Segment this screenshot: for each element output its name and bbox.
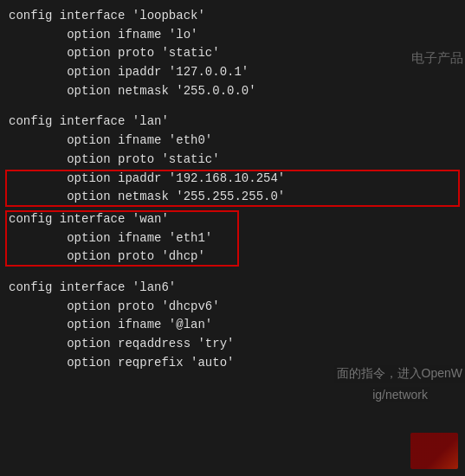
lan6-option-1: option proto 'dhcpv6' — [9, 298, 456, 317]
lan-option-1: option ifname 'eth0' — [9, 132, 456, 151]
wan-config-line: config interface 'wan' — [9, 210, 456, 229]
loopback-option-2: option proto 'static' — [9, 44, 456, 63]
block-loopback: config interface 'loopback' option ifnam… — [9, 7, 456, 100]
overlay-top-right: 电子产品 — [411, 50, 463, 67]
loopback-option-1: option ifname 'lo' — [9, 26, 456, 45]
loopback-option-4: option netmask '255.0.0.0' — [9, 82, 456, 101]
lan-option-ipaddr: option ipaddr '192.168.10.254' — [9, 170, 456, 189]
block-lan6: config interface 'lan6' option proto 'dh… — [9, 279, 456, 372]
loopback-option-3: option ipaddr '127.0.0.1' — [9, 63, 456, 82]
lan6-option-2: option ifname '@lan' — [9, 316, 456, 335]
lan-option-netmask: option netmask '255.255.255.0' — [9, 188, 456, 207]
block-wan: config interface 'wan' option ifname 'et… — [9, 210, 456, 267]
overlay-bottom-right-text: 面的指令，进入OpenW — [337, 366, 462, 380]
block-lan: config interface 'lan' option ifname 'et… — [9, 113, 456, 206]
wan-option-2: option proto 'dhcp' — [9, 248, 456, 267]
overlay-top-right-text: 电子产品 — [411, 50, 463, 65]
watermark-badge — [410, 433, 458, 469]
loopback-config-line: config interface 'loopback' — [9, 7, 456, 26]
overlay-bottom-path: ig/network — [370, 387, 430, 402]
lan-config-line: config interface 'lan' — [9, 113, 456, 132]
lan-option-2: option proto 'static' — [9, 151, 456, 170]
lan6-option-3: option reqaddress 'try' — [9, 335, 456, 354]
overlay-bottom-right: 面的指令，进入OpenW — [334, 365, 465, 383]
lan6-config-line: config interface 'lan6' — [9, 279, 456, 298]
wan-option-1: option ifname 'eth1' — [9, 229, 456, 248]
overlay-bottom-path-text: ig/network — [372, 388, 428, 402]
lan-red-box-container: option ipaddr '192.168.10.254' option ne… — [9, 170, 456, 207]
terminal: config interface 'loopback' option ifnam… — [0, 0, 465, 476]
